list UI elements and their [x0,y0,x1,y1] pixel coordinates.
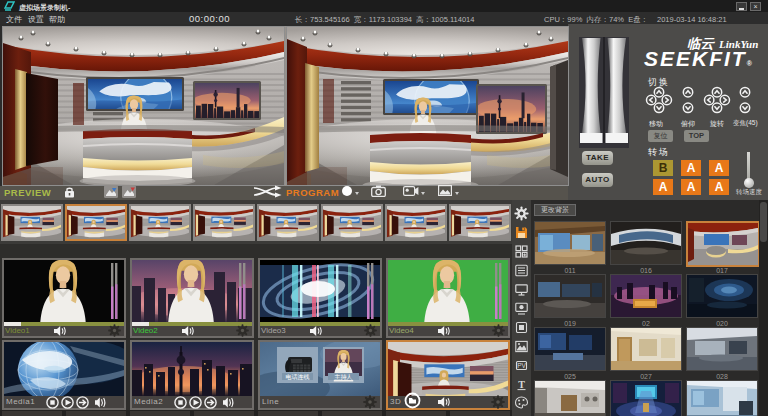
svg-text:主持人: 主持人 [335,373,353,381]
svg-text:电话连线: 电话连线 [286,374,310,381]
svg-text:T: T [518,379,525,390]
svg-text:PV: PV [517,362,526,369]
